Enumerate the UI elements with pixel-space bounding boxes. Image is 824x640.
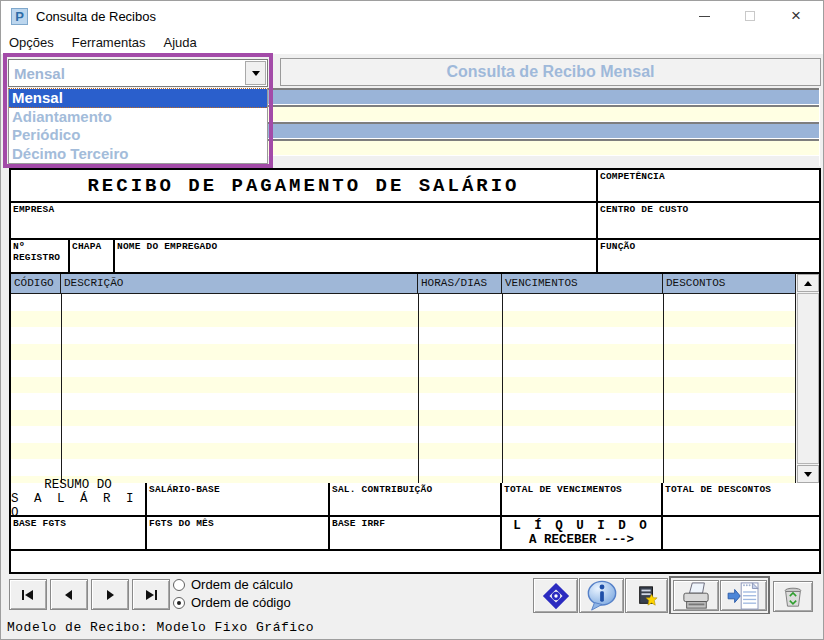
centro-custo-cell: CENTRO DE CUSTO: [598, 203, 819, 238]
dropdown-option-periodico[interactable]: Periódico: [9, 126, 267, 145]
status-text: Modelo de Recibo: Modelo Fixo Gráfico: [7, 620, 314, 635]
menu-opcoes[interactable]: Opções: [1, 35, 63, 50]
signature-strip: [11, 553, 819, 572]
process-icon: [541, 581, 571, 611]
radio-ordem-codigo[interactable]: Ordem de código: [173, 595, 291, 610]
salario-base-cell: SALÁRIO-BASE: [147, 483, 330, 515]
chapa-cell: CHAPA: [70, 240, 115, 272]
minimize-button[interactable]: [681, 1, 727, 31]
info-icon: [586, 580, 618, 612]
nome-label: NOME DO EMPREGADO: [115, 240, 596, 253]
app-window: P Consulta de Recibos × Opções Ferrament…: [0, 0, 824, 640]
chapa-label: CHAPA: [70, 240, 113, 253]
empresa-cell: EMPRESA: [11, 203, 598, 238]
radio-unchecked-icon: [173, 579, 185, 591]
radio-ordem-codigo-label: Ordem de código: [191, 595, 291, 610]
column-header-descricao: DESCRIÇÃO: [61, 274, 418, 293]
info-button[interactable]: [579, 578, 624, 613]
bottom-toolbar: Ordem de cálculo Ordem de código: [1, 574, 823, 614]
empresa-label: EMPRESA: [11, 203, 596, 216]
combobox-value: Mensal: [9, 65, 245, 82]
window-title: Consulta de Recibos: [36, 9, 156, 24]
base-fgts-label: BASE FGTS: [11, 517, 145, 530]
liquido-value-cell: [663, 517, 819, 549]
base-fgts-cell: BASE FGTS: [11, 517, 147, 549]
centro-custo-label: CENTRO DE CUSTO: [598, 203, 819, 216]
fgts-mes-label: FGTS DO MÊS: [147, 517, 328, 530]
next-record-icon: [102, 589, 118, 601]
base-irrf-cell: BASE IRRF: [330, 517, 502, 549]
radio-checked-icon: [173, 597, 185, 609]
scroll-up-icon: [804, 281, 812, 286]
receipt-row: RECIBO DE PAGAMENTO DE SALÁRIO COMPETÊNC…: [11, 170, 819, 203]
resumo-salario-cell: RESUMO DO S A L Á R I O: [11, 483, 147, 515]
column-header-vencimentos: VENCIMENTOS: [502, 274, 663, 293]
scroll-down-button[interactable]: [797, 465, 819, 483]
menu-ajuda[interactable]: Ajuda: [155, 35, 206, 50]
annotation-highlight: Mensal Mensal Adiantamento Periódico Déc…: [3, 53, 273, 168]
radio-ordem-calculo-label: Ordem de cálculo: [191, 577, 293, 592]
minimize-icon: [699, 16, 710, 17]
sal-contribuicao-cell: SAL. CONTRIBUIÇÃO: [330, 483, 502, 515]
first-record-button[interactable]: [9, 579, 47, 610]
funcao-label: FUNÇÃO: [598, 240, 819, 253]
column-header-horas-dias: HORAS/DIAS: [418, 274, 502, 293]
radio-ordem-calculo[interactable]: Ordem de cálculo: [173, 577, 293, 592]
title-bar: P Consulta de Recibos ×: [1, 1, 823, 31]
previous-record-button[interactable]: [50, 579, 88, 610]
report-button[interactable]: [625, 578, 668, 613]
registro-cell: Nº REGISTRO: [11, 240, 70, 272]
scroll-up-button[interactable]: [797, 274, 819, 292]
process-button[interactable]: [533, 578, 578, 613]
scroll-down-icon: [804, 472, 812, 477]
report-icon: [636, 585, 658, 607]
menu-bar: Opções Ferramentas Ajuda: [1, 31, 823, 54]
last-record-button[interactable]: [132, 579, 170, 610]
status-bar: Modelo de Recibo: Modelo Fixo Gráfico: [1, 614, 823, 640]
print-button[interactable]: [673, 580, 719, 611]
menu-ferramentas[interactable]: Ferramentas: [63, 35, 155, 50]
resumo-label-line2: S A L Á R I O: [11, 492, 145, 520]
summary-row: RESUMO DO S A L Á R I O SALÁRIO-BASE SAL…: [11, 483, 819, 517]
delete-icon: [782, 586, 804, 608]
app-icon: P: [11, 8, 28, 25]
page-title: Consulta de Recibo Mensal: [446, 63, 654, 81]
scrollbar-thumb[interactable]: [797, 293, 819, 464]
receipt-title: RECIBO DE PAGAMENTO DE SALÁRIO: [11, 170, 598, 201]
combobox-dropdown-button[interactable]: [245, 61, 266, 85]
total-vencimentos-cell: TOTAL DE VENCIMENTOS: [502, 483, 663, 515]
grid-column-divider: [663, 294, 664, 483]
total-descontos-cell: TOTAL DE DESCONTOS: [663, 483, 819, 515]
maximize-icon: [745, 11, 755, 21]
registro-label: Nº REGISTRO: [11, 240, 68, 264]
print-icon: [679, 582, 713, 610]
grid-body: [11, 294, 795, 483]
receipt-row: EMPRESA CENTRO DE CUSTO: [11, 203, 819, 240]
sal-contribuicao-label: SAL. CONTRIBUIÇÃO: [330, 483, 500, 496]
delete-button[interactable]: [773, 581, 813, 612]
column-header-codigo: CÓDIGO: [11, 274, 61, 293]
maximize-button: [727, 1, 773, 31]
receipt-type-combobox[interactable]: Mensal: [8, 59, 268, 87]
grid-scrollbar[interactable]: [795, 274, 819, 483]
last-record-icon: [143, 589, 159, 601]
fgts-mes-cell: FGTS DO MÊS: [147, 517, 330, 549]
column-header-descontos: DESCONTOS: [663, 274, 795, 293]
dropdown-option-adiantamento[interactable]: Adiantamento: [9, 108, 267, 127]
funcao-cell: FUNÇÃO: [598, 240, 819, 272]
receipt-form: RECIBO DE PAGAMENTO DE SALÁRIO COMPETÊNC…: [9, 168, 821, 574]
liquido-label-line2: A RECEBER --->: [529, 533, 634, 547]
grid-column-divider: [502, 294, 503, 483]
salario-base-label: SALÁRIO-BASE: [147, 483, 328, 496]
dropdown-option-decimo-terceiro[interactable]: Décimo Terceiro: [9, 145, 267, 164]
grid-header: CÓDIGO DESCRIÇÃO HORAS/DIAS VENCIMENTOS …: [11, 274, 819, 294]
resumo-label-line1: RESUMO DO: [44, 478, 112, 492]
dropdown-option-mensal[interactable]: Mensal: [9, 89, 267, 108]
summary-row: BASE FGTS FGTS DO MÊS BASE IRRF L Í Q U …: [11, 517, 819, 551]
next-record-button[interactable]: [91, 579, 129, 610]
total-vencimentos-label: TOTAL DE VENCIMENTOS: [502, 483, 661, 496]
export-document-button[interactable]: [720, 580, 767, 611]
close-button[interactable]: ×: [773, 1, 819, 31]
previous-record-icon: [61, 589, 77, 601]
base-irrf-label: BASE IRRF: [330, 517, 500, 530]
